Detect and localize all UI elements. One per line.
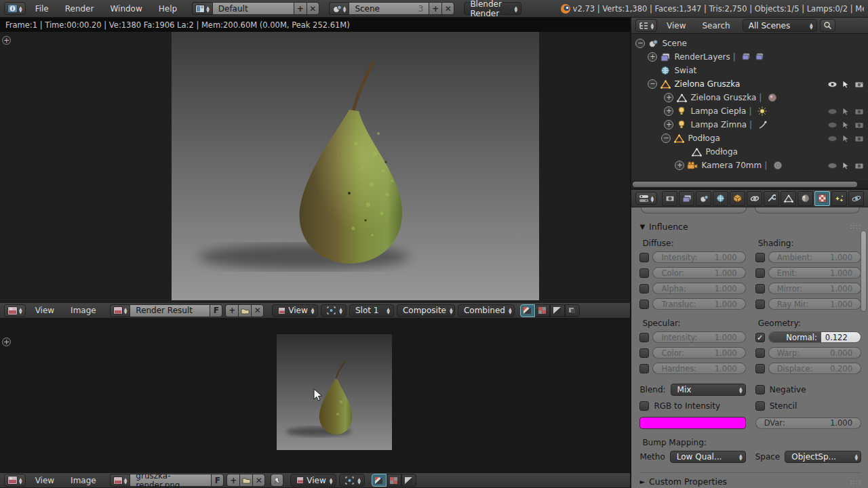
menu-image[interactable]: Image	[64, 306, 103, 315]
draw-channel-color-button[interactable]	[535, 304, 550, 317]
scene-name-field[interactable]: Scene 3	[349, 2, 429, 15]
diffuse-color-checkbox[interactable]	[639, 268, 649, 278]
specular-intensity-slider[interactable]: Intensity:1.000	[652, 331, 745, 343]
renderability-camera-icon[interactable]	[854, 121, 864, 129]
camera-data-icon[interactable]	[772, 160, 783, 171]
outliner-row-renderlayers[interactable]: + RenderLayers |	[631, 50, 868, 64]
geometry-warp-checkbox[interactable]	[755, 348, 765, 358]
menu-help[interactable]: Help	[152, 4, 184, 14]
scene-browse-button[interactable]: ▲ ▼	[329, 2, 349, 15]
menu-search[interactable]: Search	[695, 21, 736, 30]
outliner-row-lampa-zimna[interactable]: + Lampa Zimna |	[631, 118, 868, 131]
tab-physics[interactable]	[848, 191, 864, 206]
rgb-to-intensity-checkbox[interactable]	[639, 401, 649, 411]
pivot-dropdown[interactable]: ▲ ▼	[339, 474, 365, 487]
region-expand-icon[interactable]: +	[2, 338, 11, 346]
slot-dropdown[interactable]: Slot 1 ▲ ▼	[349, 304, 394, 317]
region-expand-icon[interactable]: +	[2, 36, 11, 45]
menu-view[interactable]: View	[28, 476, 61, 485]
collapse-icon[interactable]: −	[661, 134, 671, 143]
delete-scene-button[interactable]: ✕	[441, 2, 454, 15]
expand-icon[interactable]: +	[648, 52, 657, 62]
shading-ambient-slider[interactable]: Ambient:1.000	[768, 251, 861, 263]
outliner-row-kamera[interactable]: + Kamera 70mm |	[631, 159, 868, 172]
tab-render-layers[interactable]	[679, 191, 694, 206]
draw-channel-alpha-button[interactable]	[401, 474, 416, 487]
tab-object-data[interactable]	[781, 191, 796, 206]
outliner-row-scene[interactable]: − Scene	[631, 37, 868, 50]
editor-type-button[interactable]: i ▲ ▼	[4, 2, 26, 15]
selectable-cursor-icon[interactable]	[842, 134, 850, 143]
visibility-eye-icon[interactable]	[827, 136, 837, 142]
outliner-row-lampa-ciepla[interactable]: + Lampa Ciepła |	[631, 104, 868, 118]
diffuse-alpha-slider[interactable]: Alpha:1.000	[652, 283, 745, 294]
unlink-image-button[interactable]: ✕	[252, 474, 265, 487]
outliner-filter-dropdown[interactable]: All Scenes ▲ ▼	[743, 19, 817, 32]
geometry-displace-slider[interactable]: Displace:0.200	[768, 363, 861, 374]
tab-constraints[interactable]	[747, 191, 762, 206]
outliner-row-world[interactable]: + Swiat	[631, 64, 868, 77]
outliner-horizontal-scrollbar[interactable]	[631, 180, 868, 188]
tab-particles[interactable]	[831, 191, 847, 206]
panel-grip-icon[interactable]: ::::	[850, 479, 861, 485]
shading-mirror-checkbox[interactable]	[755, 284, 765, 293]
negative-checkbox[interactable]	[755, 385, 765, 394]
open-image-button[interactable]	[239, 474, 252, 487]
renderability-camera-icon[interactable]	[854, 108, 864, 115]
selectable-cursor-icon[interactable]	[842, 161, 850, 170]
image-view-bottom[interactable]: +	[0, 319, 630, 472]
selectable-cursor-icon[interactable]	[842, 80, 850, 89]
renderlayer-icon[interactable]	[741, 52, 752, 62]
menu-file[interactable]: File	[28, 4, 56, 14]
expand-icon[interactable]: +	[664, 93, 673, 102]
shading-ambient-checkbox[interactable]	[755, 253, 765, 262]
mapping-color-swatch[interactable]	[639, 417, 745, 429]
expand-icon[interactable]: +	[664, 106, 673, 116]
custom-properties-panel-header[interactable]: ► Custom Properties ::::	[639, 472, 861, 487]
shading-mirror-slider[interactable]: Mirror:1.000	[768, 283, 861, 294]
shading-emit-slider[interactable]: Emit:1.000	[768, 267, 861, 279]
selectable-cursor-icon[interactable]	[842, 121, 850, 129]
collapse-icon[interactable]: −	[635, 39, 645, 48]
stencil-checkbox[interactable]	[755, 401, 765, 411]
fake-user-button[interactable]: F	[210, 304, 222, 317]
visibility-eye-icon[interactable]	[827, 122, 837, 128]
image-name-field[interactable]: Render Result	[130, 304, 210, 317]
tab-scene[interactable]	[696, 191, 711, 206]
specular-color-checkbox[interactable]	[639, 348, 649, 358]
editor-type-button[interactable]: ▲ ▼	[635, 19, 657, 32]
draw-channel-color-alpha-button[interactable]	[372, 474, 387, 487]
selectable-cursor-icon[interactable]	[842, 107, 850, 116]
sun-lamp-icon[interactable]	[757, 106, 768, 117]
unlink-image-button[interactable]: ✕	[251, 304, 264, 317]
editor-type-button[interactable]: ▲ ▼	[4, 304, 26, 317]
specular-intensity-checkbox[interactable]	[639, 333, 649, 342]
fake-user-button[interactable]: F	[211, 474, 224, 487]
tab-render[interactable]	[662, 191, 677, 206]
diffuse-color-slider[interactable]: Color:1.000	[652, 267, 745, 279]
new-image-button[interactable]: +	[226, 474, 239, 487]
new-image-button[interactable]: +	[225, 304, 238, 317]
menu-render[interactable]: Render	[58, 4, 101, 14]
specular-color-slider[interactable]: Color:1.000	[652, 347, 745, 359]
bump-method-dropdown[interactable]: Low Qual... ▲ ▼	[670, 451, 746, 463]
screen-layout-name-field[interactable]: Default	[212, 2, 294, 15]
diffuse-translucency-slider[interactable]: Transluc:1.000	[652, 298, 745, 310]
image-browse-button[interactable]: ▲ ▼	[110, 304, 130, 317]
shading-raymirror-slider[interactable]: Ray Mir:1.000	[768, 298, 861, 310]
bump-space-dropdown[interactable]: ObjectSp... ▲ ▼	[785, 451, 861, 463]
outliner-row-podloga-mesh[interactable]: Podłoga	[631, 145, 868, 159]
render-result-view[interactable]: +	[0, 32, 630, 303]
material-icon[interactable]	[767, 92, 778, 103]
editor-type-button[interactable]: ▲ ▼	[635, 192, 657, 205]
tab-modifiers[interactable]	[764, 191, 779, 206]
menu-image[interactable]: Image	[64, 476, 103, 485]
outliner-search-button[interactable]	[820, 19, 835, 32]
tab-texture[interactable]	[814, 191, 830, 206]
draw-channel-color-button[interactable]	[387, 474, 401, 487]
draw-channel-color-alpha-button[interactable]	[520, 304, 535, 317]
collapse-icon[interactable]: −	[648, 79, 657, 89]
view-mode-dropdown[interactable]: View ▲ ▼	[290, 474, 336, 487]
outliner-row-zielona-gruszka-object[interactable]: − Zielona Gruszka	[631, 77, 868, 91]
expand-icon[interactable]: +	[675, 161, 684, 170]
